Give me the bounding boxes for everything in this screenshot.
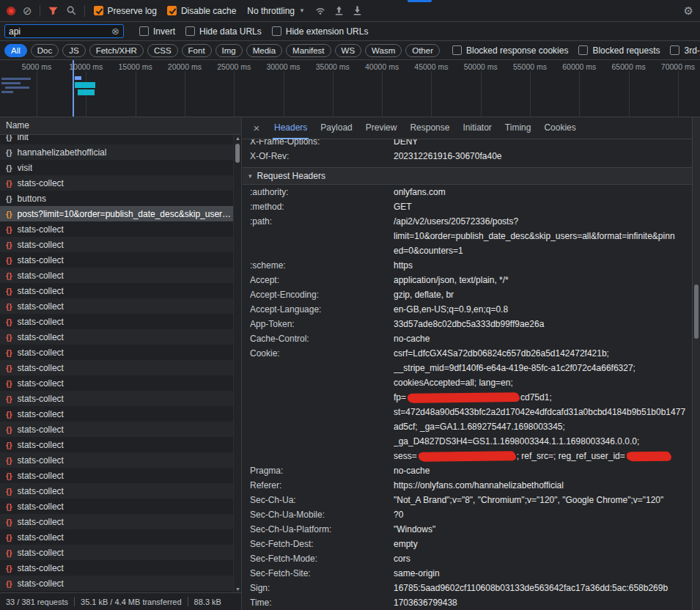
detail-tab[interactable]: Cookies: [537, 117, 582, 139]
close-detail-button[interactable]: ×: [248, 122, 265, 134]
network-summary-bar: 33 / 381 requests 35.1 kB / 4.4 MB trans…: [0, 592, 241, 610]
request-row[interactable]: {} visit: [0, 160, 233, 175]
preserve-log-label: Preserve log: [108, 6, 157, 16]
detail-tab[interactable]: Response: [403, 117, 456, 139]
request-headers-section[interactable]: ▾ Request Headers: [243, 167, 692, 185]
scroll-up-icon[interactable]: ▲: [235, 136, 241, 141]
export-har-button[interactable]: [348, 4, 366, 18]
request-row[interactable]: {} stats-collect: [0, 221, 233, 237]
json-braces-icon: {}: [6, 271, 12, 280]
hide-extension-urls-label: Hide extension URLs: [286, 26, 369, 37]
network-filter-checkbox[interactable]: Blocked requests: [578, 45, 660, 56]
filter-input[interactable]: [9, 26, 108, 37]
request-row[interactable]: {} stats-collect: [0, 499, 233, 514]
request-row[interactable]: {} posts?limit=10&order=publish_date_des…: [0, 206, 233, 221]
import-har-button[interactable]: [330, 4, 348, 18]
request-row[interactable]: {} init: [0, 135, 233, 144]
resource-type-filter-chip[interactable]: WS: [335, 44, 362, 57]
checkbox-icon: [578, 45, 588, 55]
request-row[interactable]: {} stats-collect: [0, 560, 233, 576]
request-row[interactable]: {} stats-collect: [0, 452, 233, 468]
preserve-log-checkbox[interactable]: Preserve log: [94, 6, 157, 16]
request-row[interactable]: {} stats-collect: [0, 283, 233, 298]
scrollbar-thumb[interactable]: [235, 144, 240, 163]
detail-tab[interactable]: Preview: [359, 117, 404, 139]
request-row[interactable]: {} stats-collect: [0, 391, 233, 406]
request-row[interactable]: {} stats-collect: [0, 298, 233, 314]
request-row[interactable]: {} hannahelizabethofficial: [0, 144, 233, 160]
detail-scrollbar[interactable]: [692, 117, 700, 610]
settings-button[interactable]: ⚙: [680, 4, 697, 18]
network-overview-timeline[interactable]: 5000 ms10000 ms15000 ms20000 ms25000 ms3…: [0, 60, 700, 117]
header-name: Sign:: [250, 581, 394, 595]
resource-type-filter-chip[interactable]: Other: [405, 44, 440, 57]
filter-button[interactable]: [44, 4, 62, 18]
request-name: stats-collect: [18, 548, 64, 558]
network-filter-checkbox[interactable]: 3rd-party requests: [670, 45, 700, 56]
resource-type-filter-chip[interactable]: Manifest: [286, 44, 331, 57]
request-row[interactable]: {} stats-collect: [0, 483, 233, 499]
close-icon: ×: [254, 122, 260, 134]
invert-checkbox[interactable]: Invert: [139, 26, 175, 37]
clear-network-log-button[interactable]: ⊘: [19, 4, 36, 18]
network-conditions-button[interactable]: [311, 4, 330, 18]
resource-type-filter-chip[interactable]: Media: [246, 44, 282, 57]
request-name: hannahelizabethofficial: [18, 147, 107, 158]
tab-label: Timing: [505, 122, 531, 133]
checkbox-label: 3rd-party requests: [684, 45, 700, 56]
request-row[interactable]: {} stats-collect: [0, 545, 233, 560]
request-row[interactable]: {} stats-collect: [0, 437, 233, 452]
detail-tab[interactable]: Headers: [268, 117, 314, 139]
request-row[interactable]: {} stats-collect: [0, 406, 233, 422]
request-row[interactable]: {} stats-collect: [0, 529, 233, 545]
resource-type-filter-chip[interactable]: Wasm: [365, 44, 402, 57]
scroll-down-icon[interactable]: ▼: [235, 587, 241, 592]
header-name: X-Of-Rev:: [250, 149, 394, 163]
disable-cache-checkbox[interactable]: Disable cache: [167, 6, 236, 16]
detail-tab[interactable]: Initiator: [456, 117, 498, 139]
request-row[interactable]: {} stats-collect: [0, 375, 233, 391]
header-value: https: [394, 258, 692, 273]
resource-type-filter-chip[interactable]: JS: [62, 44, 85, 57]
request-row[interactable]: {} stats-collect: [0, 468, 233, 483]
request-row[interactable]: {} buttons: [0, 191, 233, 206]
header-name: Referer:: [250, 478, 394, 493]
json-braces-icon: {}: [6, 579, 12, 588]
request-row[interactable]: {} stats-collect: [0, 360, 233, 375]
clear-input-icon[interactable]: ⊗: [111, 26, 119, 37]
resource-type-filter-chip[interactable]: CSS: [147, 44, 178, 57]
request-row[interactable]: {} stats-collect: [0, 175, 233, 191]
request-row[interactable]: {} stats-collect: [0, 422, 233, 437]
request-row[interactable]: {} stats-collect: [0, 268, 233, 283]
hide-data-urls-checkbox[interactable]: Hide data URLs: [185, 26, 262, 37]
header-name: Accept-Language:: [250, 302, 394, 317]
request-row[interactable]: {} stats-collect: [0, 314, 233, 329]
search-button[interactable]: [62, 4, 81, 18]
request-row[interactable]: {} stats-collect: [0, 345, 233, 360]
request-row[interactable]: {} stats-collect: [0, 514, 233, 529]
chip-label: All: [11, 46, 21, 55]
request-list-scrollbar[interactable]: ▲ ▼: [233, 135, 241, 592]
request-row[interactable]: {} stats-collect: [0, 237, 233, 252]
header-name: :path:: [250, 214, 394, 258]
resource-type-filter-chip[interactable]: Font: [182, 44, 212, 57]
hide-extension-urls-checkbox[interactable]: Hide extension URLs: [272, 26, 369, 37]
resource-type-filter-chip[interactable]: All: [4, 44, 27, 57]
resource-type-filter-chip[interactable]: Img: [215, 44, 243, 57]
header-value: 16785:5aad9602cf110608b03133de563642fac1…: [394, 581, 692, 595]
request-name: visit: [18, 163, 33, 173]
resource-type-filter-chip[interactable]: Fetch/XHR: [89, 44, 144, 57]
detail-tab[interactable]: Timing: [498, 117, 538, 139]
collapse-triangle-icon: ▾: [248, 168, 252, 185]
name-column-header[interactable]: Name: [0, 117, 241, 135]
request-row[interactable]: {} stats-collect: [0, 576, 233, 591]
record-button[interactable]: [3, 5, 19, 17]
network-filter-checkbox[interactable]: Blocked response cookies: [452, 45, 568, 56]
throttling-select[interactable]: No throttling ▼: [247, 6, 305, 16]
detail-tab[interactable]: Payload: [314, 117, 358, 139]
tab-label: Response: [410, 122, 449, 133]
resource-type-filter-chip[interactable]: Doc: [31, 44, 59, 57]
request-row[interactable]: {} stats-collect: [0, 329, 233, 345]
scrollbar-thumb[interactable]: [694, 284, 699, 339]
request-row[interactable]: {} stats-collect: [0, 252, 233, 268]
